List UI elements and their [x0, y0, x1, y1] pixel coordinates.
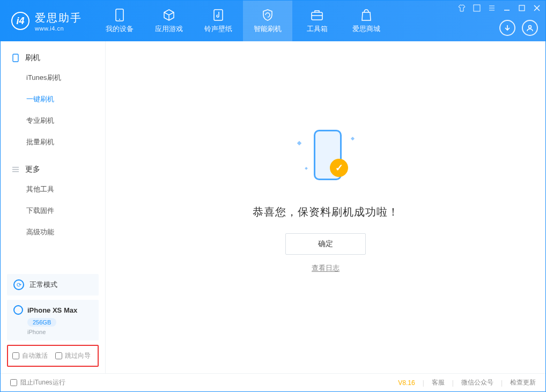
svg-rect-5: [519, 5, 525, 11]
tab-label: 爱思商城: [352, 24, 380, 34]
menu-icon[interactable]: [488, 4, 496, 12]
shield-refresh-icon: [261, 8, 275, 22]
footer: 阻止iTunes运行 V8.16 | 客服 | 微信公众号 | 检查更新: [1, 373, 545, 391]
tab-ringtone-wallpaper[interactable]: 铃声壁纸: [194, 1, 243, 41]
checkbox-skip-wizard[interactable]: 跳过向导: [55, 351, 91, 360]
minimize-icon[interactable]: [503, 4, 511, 12]
checkbox-label: 自动激活: [22, 351, 48, 360]
checkbox-block-itunes[interactable]: 阻止iTunes运行: [10, 378, 65, 387]
window-controls: [458, 4, 541, 12]
bag-icon: [359, 8, 373, 22]
footer-link-update[interactable]: 检查更新: [510, 378, 536, 387]
list-icon: [11, 165, 20, 174]
svg-point-1: [119, 19, 120, 20]
section-flash: 刷机 iTunes刷机 一键刷机 专业刷机 批量刷机: [1, 41, 105, 153]
tab-label: 工具箱: [307, 24, 328, 34]
mode-label: 正常模式: [29, 280, 57, 290]
phone-icon: [113, 8, 127, 22]
checkbox-label: 阻止iTunes运行: [20, 378, 65, 387]
device-storage: 256GB: [27, 318, 56, 327]
sidebar-item-other-tools[interactable]: 其他工具: [26, 179, 105, 200]
tab-label: 我的设备: [106, 24, 134, 34]
sidebar-item-onekey-flash[interactable]: 一键刷机: [26, 88, 105, 110]
phone-small-icon: [11, 54, 20, 62]
tab-apps-games[interactable]: 应用游戏: [144, 1, 194, 41]
sidebar-bottom: ⟳ 正常模式 iPhone XS Max 256GB iPhone 自动激活 跳…: [1, 270, 105, 373]
header: i4 爱思助手 www.i4.cn 我的设备 应用游戏 铃声壁纸 智能刷机 工具…: [1, 1, 545, 41]
section-title: 更多: [25, 165, 40, 174]
checkbox-auto-activate[interactable]: 自动激活: [12, 351, 48, 360]
logo[interactable]: i4 爱思助手 www.i4.cn: [1, 11, 91, 32]
app-title: 爱思助手: [35, 11, 82, 25]
shirt-icon[interactable]: [458, 4, 466, 12]
section-heading-flash: 刷机: [1, 49, 105, 67]
feedback-icon[interactable]: [473, 4, 481, 12]
sidebar-item-itunes-flash[interactable]: iTunes刷机: [26, 67, 105, 88]
checkmark-badge-icon: ✓: [330, 159, 348, 177]
header-actions: [499, 20, 538, 36]
footer-link-support[interactable]: 客服: [432, 378, 445, 387]
version-label: V8.16: [398, 379, 415, 387]
tab-smart-flash[interactable]: 智能刷机: [243, 1, 292, 41]
section-heading-more: 更多: [1, 160, 105, 179]
tab-toolbox[interactable]: 工具箱: [292, 1, 342, 41]
tab-store[interactable]: 爱思商城: [342, 1, 391, 41]
main-content: ✓ 恭喜您，保资料刷机成功啦！ 确定 查看日志: [106, 41, 545, 373]
mode-panel[interactable]: ⟳ 正常模式: [7, 274, 99, 295]
ok-button[interactable]: 确定: [285, 233, 366, 255]
svg-rect-4: [474, 5, 480, 11]
logo-icon: i4: [11, 12, 29, 30]
sidebar-item-batch-flash[interactable]: 批量刷机: [26, 131, 105, 153]
sidebar: 刷机 iTunes刷机 一键刷机 专业刷机 批量刷机 更多 其他工具 下载固件 …: [1, 41, 106, 373]
download-button[interactable]: [499, 20, 515, 36]
nav-tabs: 我的设备 应用游戏 铃声壁纸 智能刷机 工具箱 爱思商城: [95, 1, 391, 41]
svg-rect-3: [312, 12, 322, 20]
cube-icon: [162, 8, 176, 22]
tab-label: 铃声壁纸: [204, 24, 232, 34]
section-more: 更多 其他工具 下载固件 高级功能: [1, 153, 105, 243]
tab-my-device[interactable]: 我的设备: [95, 1, 144, 41]
device-panel[interactable]: iPhone XS Max 256GB iPhone: [7, 300, 99, 341]
user-button[interactable]: [522, 20, 538, 36]
svg-rect-7: [13, 54, 18, 62]
app-url: www.i4.cn: [35, 25, 82, 32]
maximize-icon[interactable]: [518, 4, 526, 12]
success-message: 恭喜您，保资料刷机成功啦！: [253, 205, 399, 219]
close-icon[interactable]: [533, 4, 541, 12]
tab-label: 智能刷机: [254, 24, 282, 34]
options-highlight-box: 自动激活 跳过向导: [7, 345, 99, 367]
mode-icon: ⟳: [13, 279, 24, 290]
device-name: iPhone XS Max: [27, 306, 77, 314]
checkbox-label: 跳过向导: [65, 351, 91, 360]
view-log-link[interactable]: 查看日志: [312, 263, 340, 273]
device-type: iPhone: [27, 329, 92, 335]
svg-point-6: [529, 26, 532, 28]
sidebar-item-pro-flash[interactable]: 专业刷机: [26, 110, 105, 131]
section-title: 刷机: [25, 53, 40, 63]
briefcase-icon: [310, 8, 324, 22]
sidebar-item-advanced[interactable]: 高级功能: [26, 221, 105, 243]
logo-text: 爱思助手 www.i4.cn: [35, 11, 82, 32]
music-note-icon: [211, 8, 225, 22]
footer-link-wechat[interactable]: 微信公众号: [461, 378, 493, 387]
sidebar-item-download-firmware[interactable]: 下载固件: [26, 200, 105, 221]
svg-rect-2: [214, 10, 223, 20]
tab-label: 应用游戏: [155, 24, 183, 34]
success-illustration: ✓: [293, 125, 358, 190]
device-icon: [13, 305, 23, 315]
body: 刷机 iTunes刷机 一键刷机 专业刷机 批量刷机 更多 其他工具 下载固件 …: [1, 41, 545, 373]
